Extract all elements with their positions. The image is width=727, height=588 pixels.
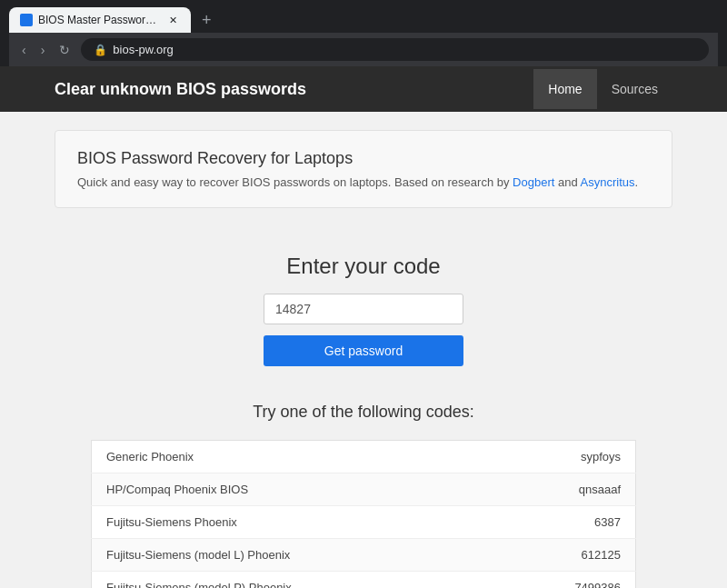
info-banner-heading: BIOS Password Recovery for Laptops bbox=[77, 149, 650, 168]
table-row: Generic Phoenix sypfoys bbox=[92, 441, 636, 473]
bios-label: Fujitsu-Siemens (model L) Phoenix bbox=[92, 539, 494, 572]
bios-code: 6387 bbox=[494, 506, 636, 539]
main-content: BIOS Password Recovery for Laptops Quick… bbox=[0, 112, 727, 588]
tab-title: BIOS Master Password Generato… bbox=[38, 14, 160, 26]
bios-label: Fujitsu-Siemens (model P) Phoenix bbox=[92, 572, 494, 589]
description-and: and bbox=[558, 175, 578, 189]
dogbert-link[interactable]: Dogbert bbox=[513, 175, 554, 189]
address-bar-row: ‹ › ↻ 🔒 bios-pw.org bbox=[9, 33, 718, 66]
enter-code-section: Enter your code Get password bbox=[55, 235, 672, 384]
bios-label: Generic Phoenix bbox=[92, 441, 494, 473]
address-bar[interactable]: 🔒 bios-pw.org bbox=[81, 38, 709, 61]
bios-code: 7499386 bbox=[494, 572, 636, 589]
forward-button[interactable]: › bbox=[37, 41, 49, 59]
results-table: Generic Phoenix sypfoys HP/Compaq Phoeni… bbox=[91, 440, 636, 588]
info-banner-description: Quick and easy way to recover BIOS passw… bbox=[77, 175, 650, 189]
lock-icon: 🔒 bbox=[94, 44, 107, 56]
site-nav: Clear unknown BIOS passwords Home Source… bbox=[0, 66, 727, 112]
site-title: Clear unknown BIOS passwords bbox=[55, 80, 533, 99]
table-row: Fujitsu-Siemens (model P) Phoenix 749938… bbox=[92, 572, 636, 589]
description-before: Quick and easy way to recover BIOS passw… bbox=[77, 175, 509, 189]
new-tab-button[interactable]: + bbox=[194, 9, 219, 32]
tab-favicon bbox=[20, 14, 33, 26]
table-row: Fujitsu-Siemens Phoenix 6387 bbox=[92, 506, 636, 539]
nav-link-home[interactable]: Home bbox=[533, 69, 596, 109]
get-password-button[interactable]: Get password bbox=[264, 335, 463, 366]
table-row: Fujitsu-Siemens (model L) Phoenix 612125 bbox=[92, 539, 636, 572]
asyncritus-link[interactable]: Asyncritus bbox=[581, 175, 635, 189]
bios-code: qnsaaaf bbox=[494, 473, 636, 506]
tab-bar: BIOS Master Password Generato… ✕ + bbox=[9, 7, 718, 33]
address-text: bios-pw.org bbox=[113, 43, 173, 56]
bios-label: HP/Compaq Phoenix BIOS bbox=[92, 473, 494, 506]
info-banner: BIOS Password Recovery for Laptops Quick… bbox=[55, 130, 672, 208]
code-input[interactable] bbox=[264, 294, 463, 324]
table-row: HP/Compaq Phoenix BIOS qnsaaaf bbox=[92, 473, 636, 506]
enter-code-heading: Enter your code bbox=[55, 254, 672, 279]
results-section: Try one of the following codes: Generic … bbox=[91, 403, 636, 588]
nav-links: Home Sources bbox=[533, 69, 672, 109]
active-tab[interactable]: BIOS Master Password Generato… ✕ bbox=[9, 7, 191, 33]
back-button[interactable]: ‹ bbox=[18, 41, 30, 59]
description-period: . bbox=[635, 175, 639, 189]
browser-chrome: BIOS Master Password Generato… ✕ + ‹ › ↻… bbox=[0, 0, 727, 66]
refresh-button[interactable]: ↻ bbox=[55, 41, 74, 59]
tab-close-button[interactable]: ✕ bbox=[165, 13, 180, 27]
bios-code: 612125 bbox=[494, 539, 636, 572]
results-heading: Try one of the following codes: bbox=[91, 403, 636, 422]
bios-code: sypfoys bbox=[494, 441, 636, 473]
nav-link-sources[interactable]: Sources bbox=[597, 69, 672, 109]
bios-label: Fujitsu-Siemens Phoenix bbox=[92, 506, 494, 539]
